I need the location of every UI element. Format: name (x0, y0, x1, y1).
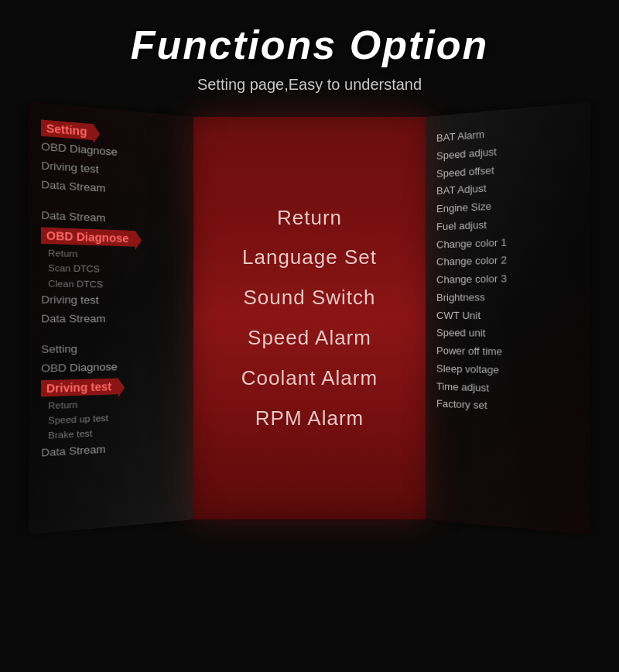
left-item-scan-dtcs[interactable]: Scan DTCS (41, 260, 183, 278)
page-subtitle: Setting page,Easy to understand (0, 76, 619, 94)
left-item-driving3[interactable]: Driving test (41, 378, 118, 396)
center-item-speed-alarm[interactable]: Speed Alarm (248, 325, 371, 351)
right-item-factory-set[interactable]: Factory set (436, 396, 578, 420)
left-item-obd2[interactable]: OBD Diagnose (41, 227, 135, 246)
center-item-sound[interactable]: Sound Switch (244, 285, 376, 311)
left-item-obd3[interactable]: OBD Diagnose (41, 357, 183, 379)
left-panel: Setting OBD Diagnose Driving test Data S… (29, 102, 193, 535)
right-item-speed-unit[interactable]: Speed unit (436, 324, 578, 344)
left-item-driving2[interactable]: Driving test (41, 291, 183, 310)
left-section-2: Data Stream OBD Diagnose Return Scan DTC… (41, 206, 183, 328)
center-item-coolant[interactable]: Coolant Alarm (241, 365, 378, 392)
right-item-brightness[interactable]: Brightness (436, 287, 578, 307)
left-section-1: Setting OBD Diagnose Driving test Data S… (41, 118, 183, 202)
center-item-return[interactable]: Return (277, 205, 342, 231)
right-panel: BAT Alarm Speed adjust Speed offset BAT … (426, 102, 590, 535)
left-item-stream3[interactable]: Data Stream (41, 310, 183, 329)
left-item-clean-dtcs[interactable]: Clean DTCS (41, 276, 183, 293)
right-item-power-off[interactable]: Power off time (436, 342, 578, 362)
content-area: Setting OBD Diagnose Driving test Data S… (0, 117, 619, 519)
left-item-setting2[interactable]: Setting (41, 339, 183, 359)
center-panel: Return Language Set Sound Switch Speed A… (193, 117, 426, 519)
page-title: Functions Option (0, 0, 619, 68)
left-section-3: Setting OBD Diagnose Driving test Return… (41, 339, 183, 463)
center-item-rpm[interactable]: RPM Alarm (255, 406, 364, 432)
right-item-cwt-unit[interactable]: CWT Unit (436, 306, 578, 324)
left-item-setting[interactable]: Setting (41, 119, 94, 140)
right-item-change-color3[interactable]: Change color 3 (436, 269, 578, 290)
center-item-language[interactable]: Language Set (242, 245, 377, 271)
